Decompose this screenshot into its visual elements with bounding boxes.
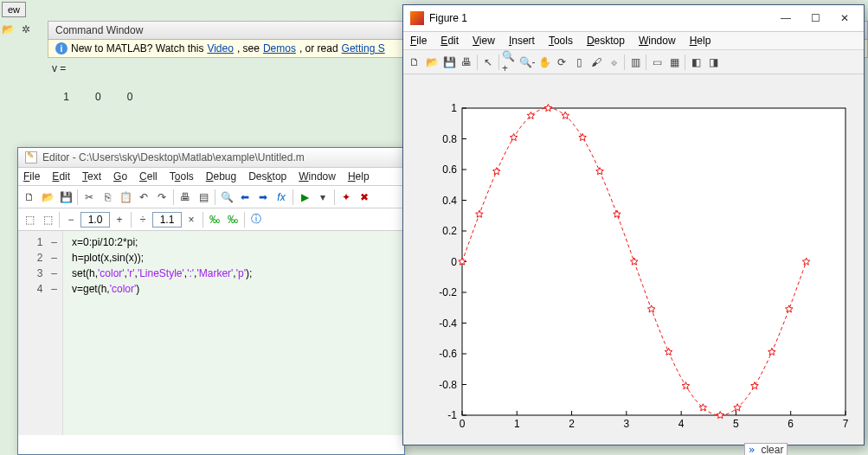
brush-icon[interactable]: 🖌 — [588, 54, 605, 71]
svg-text:0: 0 — [451, 256, 457, 268]
legend-icon[interactable]: ▭ — [648, 54, 665, 71]
fig-menu-desktop[interactable]: Desktop — [587, 35, 625, 47]
menu-debug[interactable]: Debug — [206, 170, 236, 183]
publish-icon[interactable]: ▤ — [195, 189, 212, 206]
new-file-icon[interactable]: 🗋 — [21, 189, 38, 206]
info-icon: i — [55, 42, 68, 54]
figure-menubar: File Edit View Insert Tools Desktop Wind… — [403, 32, 864, 50]
menu-tools[interactable]: Tools — [170, 170, 194, 183]
open-icon[interactable]: 📂 — [39, 189, 56, 206]
menu-help[interactable]: Help — [348, 170, 370, 183]
fig-menu-help[interactable]: Help — [690, 35, 711, 47]
svg-text:7: 7 — [843, 418, 849, 430]
cell-down-icon[interactable]: ⬚ — [39, 211, 56, 228]
pan-icon[interactable]: ✋ — [536, 54, 553, 71]
forward-icon[interactable]: ➡ — [254, 189, 272, 206]
pct2-icon[interactable]: ‰ — [224, 211, 241, 228]
output-varname: v = — [52, 61, 132, 77]
menu-edit[interactable]: Edit — [52, 170, 70, 183]
minus-button[interactable]: − — [62, 211, 80, 228]
axes[interactable]: 01234567-1-0.8-0.6-0.4-0.200.20.40.60.81 — [408, 87, 858, 441]
editor-title-text: Editor - C:\Users\sky\Desktop\Matlab\exa… — [42, 151, 305, 163]
menu-go[interactable]: Go — [113, 170, 127, 183]
svg-text:-0.4: -0.4 — [439, 317, 457, 330]
command-output: v = 1 0 0 — [52, 61, 132, 106]
run-dropdown-icon[interactable]: ▾ — [314, 189, 331, 206]
svg-text:0.8: 0.8 — [442, 133, 457, 145]
close-button[interactable]: ✕ — [833, 10, 857, 27]
figure-title-text: Figure 1 — [429, 12, 467, 24]
divide-button[interactable]: ÷ — [134, 211, 151, 228]
zoom-factor-2[interactable]: 1.1 — [152, 212, 182, 228]
menu-desktop[interactable]: Desktop — [248, 170, 286, 183]
zoom-in-icon[interactable]: 🔍+ — [501, 54, 518, 71]
run-icon[interactable]: ▶ — [296, 189, 313, 206]
back-icon[interactable]: ⬅ — [236, 189, 254, 206]
svg-text:0: 0 — [460, 418, 466, 430]
tab-label[interactable]: ew — [2, 2, 26, 17]
open-folder-icon[interactable]: 📂 — [0, 21, 16, 36]
svg-text:0.2: 0.2 — [442, 225, 457, 237]
link-demos[interactable]: Demos — [263, 42, 296, 54]
link-video[interactable]: Video — [207, 42, 233, 54]
datacursor-icon[interactable]: ▯ — [570, 54, 588, 71]
fig-open-icon[interactable]: 📂 — [423, 54, 440, 71]
svg-text:-0.8: -0.8 — [439, 379, 457, 391]
fig-menu-file[interactable]: File — [410, 35, 427, 47]
breakpoint-icon[interactable]: ✦ — [338, 189, 355, 206]
maximize-button[interactable]: ☐ — [803, 10, 827, 27]
stop-icon[interactable]: ✖ — [356, 189, 373, 206]
fig-menu-window[interactable]: Window — [639, 35, 676, 47]
rotate3d-icon[interactable]: ⟳ — [553, 54, 570, 71]
fig-save-icon[interactable]: 💾 — [440, 54, 458, 71]
code-body[interactable]: x=0:pi/10:2*pi;h=plot(x,sin(x));set(h,'c… — [63, 231, 404, 435]
colorbar-icon[interactable]: ▥ — [627, 54, 644, 71]
save-icon[interactable]: 💾 — [57, 189, 74, 206]
minimize-button[interactable]: — — [774, 10, 798, 27]
times-button[interactable]: × — [183, 211, 200, 228]
gear-icon[interactable]: ✲ — [18, 21, 34, 36]
zoom-out-icon[interactable]: 🔍- — [518, 54, 536, 71]
plus-button[interactable]: + — [111, 211, 128, 228]
fig-new-icon[interactable]: 🗋 — [406, 54, 423, 71]
menu-window[interactable]: Window — [299, 170, 336, 183]
svg-text:1: 1 — [514, 418, 520, 430]
figure-window: Figure 1 — ☐ ✕ File Edit View Insert Too… — [402, 4, 865, 445]
fig-menu-insert[interactable]: Insert — [509, 35, 535, 47]
redo-icon[interactable]: ↷ — [153, 189, 170, 206]
copy-icon[interactable]: ⎘ — [99, 189, 116, 206]
menu-file[interactable]: File — [23, 170, 40, 183]
menu-text[interactable]: Text — [82, 170, 101, 183]
info2-icon[interactable]: ⓘ — [248, 211, 265, 228]
welcome-text-3: , or read — [299, 42, 338, 54]
code-area[interactable]: 1 –2 –3 –4 – x=0:pi/10:2*pi;h=plot(x,sin… — [18, 231, 404, 435]
fx-icon[interactable]: fx — [273, 189, 290, 206]
svg-text:2: 2 — [569, 418, 575, 430]
zoom-factor-1[interactable]: 1.0 — [80, 212, 110, 228]
undo-icon[interactable]: ↶ — [135, 189, 152, 206]
figure-titlebar[interactable]: Figure 1 — ☐ ✕ — [403, 5, 864, 32]
menu-cell[interactable]: Cell — [139, 170, 158, 183]
fig-menu-tools[interactable]: Tools — [549, 35, 573, 47]
cut-icon[interactable]: ✂ — [80, 189, 98, 206]
pct1-icon[interactable]: ‰ — [206, 211, 223, 228]
matlab-figure-icon — [410, 11, 424, 25]
fig-menu-view[interactable]: View — [473, 35, 495, 47]
print-icon[interactable]: 🖶 — [177, 189, 194, 206]
axesprops-icon[interactable]: ▦ — [665, 54, 683, 71]
svg-text:5: 5 — [733, 418, 739, 430]
paste-icon[interactable]: 📋 — [117, 189, 134, 206]
svg-text:1: 1 — [451, 102, 457, 114]
cell-up-icon[interactable]: ⬚ — [21, 211, 38, 228]
fig-print-icon[interactable]: 🖶 — [458, 54, 475, 71]
dock-icon[interactable]: ◧ — [687, 54, 704, 71]
link-plot-icon[interactable]: ⟐ — [605, 54, 622, 71]
pointer-icon[interactable]: ↖ — [479, 54, 497, 71]
find-icon[interactable]: 🔍 — [218, 189, 235, 206]
undock-icon[interactable]: ◨ — [704, 54, 722, 71]
svg-rect-0 — [462, 108, 845, 415]
link-getting-started[interactable]: Getting S — [342, 42, 385, 54]
fig-menu-edit[interactable]: Edit — [440, 35, 459, 47]
plot-area: 01234567-1-0.8-0.6-0.4-0.200.20.40.60.81 — [403, 80, 864, 445]
editor-titlebar[interactable]: Editor - C:\Users\sky\Desktop\Matlab\exa… — [18, 148, 404, 168]
